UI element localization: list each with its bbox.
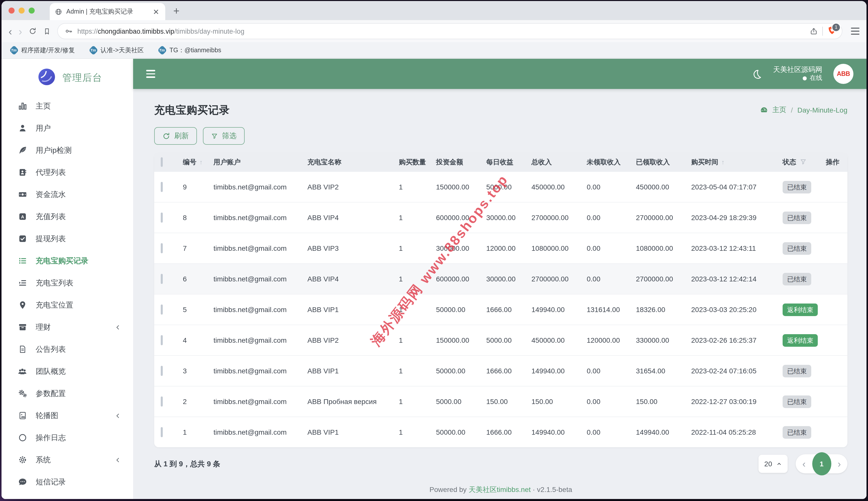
row-checkbox[interactable]: [161, 305, 163, 315]
cell-claimed: 18326.00: [629, 294, 685, 325]
row-checkbox[interactable]: [161, 182, 163, 192]
dark-mode-moon-icon[interactable]: [751, 68, 762, 79]
feather-icon: [18, 146, 27, 155]
sidebar-item-list[interactable]: 充电宝购买记录: [1, 250, 133, 272]
brave-shield-icon[interactable]: 1: [827, 25, 837, 37]
site-settings-key-icon[interactable]: [65, 27, 73, 35]
column-header[interactable]: 编号↑: [176, 153, 207, 172]
cell-account: timibbs.net@gmail.com: [207, 355, 301, 386]
bookmark-label: TG：@tianmeibbs: [170, 46, 221, 54]
sort-arrow-icon[interactable]: ↑: [721, 159, 725, 166]
sidebar-toggle-icon[interactable]: [146, 70, 155, 78]
column-header[interactable]: 状态: [776, 153, 819, 172]
next-page-button[interactable]: ›: [838, 459, 841, 469]
toolbar-divider: [822, 26, 823, 36]
footer-powered: Powered by 天美社区timibbs.net · v2.1.5-beta: [154, 486, 847, 494]
page-size-select[interactable]: 20: [759, 455, 788, 473]
column-header: 已领取收入: [629, 153, 685, 172]
row-checkbox[interactable]: [161, 366, 163, 376]
cell-qty: 1: [392, 417, 430, 447]
cell-total: 2700000.00: [525, 264, 580, 294]
sidebar-item-list-indent[interactable]: 充电宝列表: [1, 272, 133, 294]
sidebar-item-image[interactable]: 轮播图: [1, 405, 133, 427]
sidebar-item-archive[interactable]: 理财: [1, 316, 133, 338]
cell-invest: 300000.00: [430, 233, 480, 264]
cell-actions: [819, 386, 847, 417]
sidebar-item-feather[interactable]: 用户ip检测: [1, 139, 133, 161]
share-icon[interactable]: [810, 27, 818, 35]
sidebar-item-users[interactable]: 团队概览: [1, 360, 133, 382]
cell-claimed: 2700000.00: [629, 264, 685, 294]
filter-button[interactable]: 筛选: [203, 127, 245, 145]
forward-button-icon[interactable]: ›: [19, 26, 22, 36]
sidebar-item-circle[interactable]: 操作日志: [1, 427, 133, 449]
bookmarks-bar: Tm程序搭建/开发/修复Tm认准->天美社区TmTG：@tianmeibbs: [1, 42, 867, 59]
sidebar-item-label: 短信记录: [36, 477, 66, 487]
row-checkbox[interactable]: [161, 427, 163, 437]
prev-page-button[interactable]: ‹: [802, 459, 806, 469]
url-bar[interactable]: https://chongdianbao.timibbs.vip/timibbs…: [57, 23, 843, 39]
sort-arrow-icon[interactable]: ↑: [199, 159, 203, 166]
row-checkbox[interactable]: [161, 243, 163, 253]
tm-diamond-icon: Tm: [158, 45, 167, 55]
browser-tab[interactable]: Admin | 充电宝购买记录 ✕: [50, 3, 165, 20]
tab-close-icon[interactable]: ✕: [152, 7, 160, 16]
cell-id: 1: [176, 417, 207, 447]
cell-qty: 1: [392, 386, 430, 417]
bookmark-item[interactable]: Tm程序搭建/开发/修复: [11, 46, 75, 54]
cell-qty: 1: [392, 264, 430, 294]
breadcrumb-home[interactable]: 主页: [772, 106, 786, 115]
sidebar-item-chart-bar[interactable]: 主页: [1, 95, 133, 117]
cell-id: 2: [176, 386, 207, 417]
footer-brand-link[interactable]: 天美社区timibbs.net: [469, 486, 531, 493]
row-checkbox[interactable]: [161, 213, 163, 223]
bookmark-item[interactable]: TmTG：@tianmeibbs: [159, 46, 221, 54]
window-zoom-button[interactable]: [29, 8, 35, 13]
sidebar-item-money[interactable]: 资金流水: [1, 183, 133, 205]
column-filter-icon[interactable]: [800, 158, 807, 165]
browser-menu-icon[interactable]: [851, 28, 859, 34]
row-checkbox[interactable]: [161, 274, 163, 284]
refresh-button[interactable]: 刷新: [154, 127, 197, 145]
select-all-checkbox[interactable]: [161, 157, 163, 167]
cell-invest: 5000.00: [430, 386, 480, 417]
cell-product: ABB VIP1: [301, 417, 392, 447]
window-minimize-button[interactable]: [19, 8, 25, 13]
bookmark-item[interactable]: Tm认准->天美社区: [90, 46, 144, 54]
sidebar-item-a-square[interactable]: A充值列表: [1, 205, 133, 228]
sidebar-item-file-lines[interactable]: 公告列表: [1, 338, 133, 360]
sidebar-item-map-marker[interactable]: 充电宝位置: [1, 294, 133, 316]
cell-unclaimed: 131614.00: [580, 294, 629, 325]
status-badge: 已结束: [783, 426, 811, 438]
sidebar-item-gear[interactable]: 系统: [1, 449, 133, 471]
new-tab-button[interactable]: +: [173, 5, 180, 16]
row-checkbox[interactable]: [161, 396, 163, 406]
cell-total: 149940.00: [525, 417, 580, 447]
sidebar-item-address-book[interactable]: 代理列表: [1, 161, 133, 183]
bookmark-icon[interactable]: [43, 28, 51, 35]
sidebar-item-comment-dots[interactable]: 短信记录: [1, 471, 133, 493]
sidebar-item-label: 代理列表: [36, 168, 66, 177]
user-info: 天美社区源码网 在线: [773, 66, 822, 82]
window-close-button[interactable]: [9, 8, 14, 13]
address-book-icon: [18, 168, 27, 177]
window-controls: [1, 8, 41, 13]
sidebar-item-user[interactable]: 用户: [1, 117, 133, 139]
cell-actions: [819, 202, 847, 233]
brand-name: 管理后台: [62, 71, 102, 84]
status-badge: 已结束: [783, 395, 811, 408]
cell-product: ABB VIP1: [301, 294, 392, 325]
cell-id: 6: [176, 264, 207, 294]
cell-total: 2700000.00: [525, 202, 580, 233]
current-page-button[interactable]: 1: [812, 452, 831, 476]
column-header[interactable]: 购买时间↑: [685, 153, 776, 172]
sidebar-item-check-square[interactable]: 提现列表: [1, 228, 133, 250]
back-button-icon[interactable]: ‹: [9, 26, 12, 36]
column-header: 总收入: [525, 153, 580, 172]
reload-icon[interactable]: [29, 27, 37, 35]
avatar[interactable]: ABB: [833, 64, 854, 84]
sidebar-item-cogs[interactable]: 参数配置: [1, 382, 133, 405]
row-checkbox[interactable]: [161, 335, 163, 345]
tab-title: Admin | 充电宝购买记录: [66, 7, 148, 16]
cell-total: 450000.00: [525, 172, 580, 202]
